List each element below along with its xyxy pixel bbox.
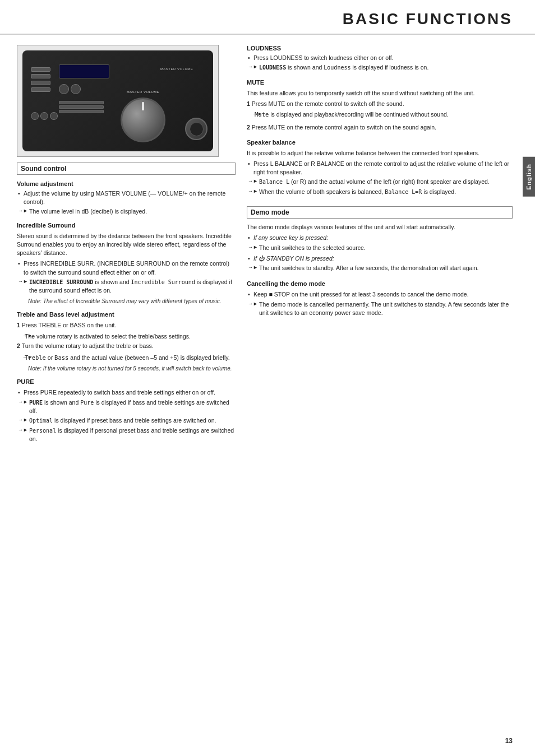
incredible-surround-body: Stereo sound is determined by the distan…	[17, 232, 236, 258]
pure-title: PURE	[17, 378, 236, 385]
speaker-balance-title: Speaker balance	[247, 139, 513, 146]
demo-mode-bullet-2: If ⏻ STANDBY ON is pressed:	[247, 254, 513, 263]
incredible-surround-title: Incredible Surround	[17, 222, 236, 229]
mute-title: MUTE	[247, 79, 513, 86]
speaker-balance-body: It is possible to adjust the relative vo…	[247, 149, 513, 157]
demo-mode-arrow-1: The unit switches to the selected source…	[247, 244, 513, 252]
incredible-note: Note: The effect of Incredible Surround …	[28, 298, 236, 305]
treble-bass-step2-arrow: Treble or Bass and the actual value (bet…	[17, 354, 236, 362]
device-image: MASTER VOLUME	[17, 45, 219, 157]
cancelling-demo-bullet-1: Keep ■ STOP on the unit pressed for at l…	[247, 290, 513, 299]
demo-mode-body: The demo mode displays various features …	[247, 223, 513, 231]
treble-bass-title: Treble and Bass level adjustment	[17, 311, 236, 318]
treble-bass-step1-arrow: The volume rotary is activated to select…	[17, 332, 236, 341]
cancelling-demo-arrow-1: The demo mode is cancelled permanently. …	[247, 300, 513, 317]
page-title: BASIC FUNCTIONS	[343, 10, 513, 27]
speaker-balance-list: Press L BALANCE or R BALANCE on the remo…	[247, 160, 513, 177]
sound-control-box: Sound control	[17, 163, 236, 175]
loudness-arrow-1: LOUDNESS is shown and Loudness is displa…	[247, 63, 513, 72]
right-column: LOUDNESS Press LOUDNESS to switch loudne…	[247, 45, 513, 445]
volume-adjustment-list: Adjust the volume by using MASTER VOLUME…	[17, 189, 236, 206]
speaker-balance-arrow-1: Balance L (or R) and the actual volume o…	[247, 178, 513, 187]
incredible-surround-list: Press INCREDIBLE SURR. (INCREDIBLE SURRO…	[17, 259, 236, 276]
mute-body: This feature allows you to temporarily s…	[247, 89, 513, 98]
main-content: MASTER VOLUME Sound control Volume adjus…	[0, 35, 535, 456]
volume-adjustment-title: Volume adjustment	[17, 180, 236, 187]
demo-mode-list: If any source key is pressed:	[247, 234, 513, 242]
incredible-arrow-1: INCREDIBLE SURROUND is shown and Incredi…	[17, 278, 236, 295]
demo-mode-list-2: If ⏻ STANDBY ON is pressed:	[247, 254, 513, 263]
left-column: MASTER VOLUME Sound control Volume adjus…	[17, 45, 236, 445]
volume-arrow-1: The volume level in dB (decibel) is disp…	[17, 207, 236, 216]
pure-bullet-1: Press PURE repeatedly to switch bass and…	[17, 388, 236, 397]
pure-list: Press PURE repeatedly to switch bass and…	[17, 388, 236, 397]
cancelling-demo-list: Keep ■ STOP on the unit pressed for at l…	[247, 290, 513, 299]
treble-bass-step1: 1Press TREBLE or BASS on the unit.	[17, 321, 236, 330]
loudness-title: LOUDNESS	[247, 45, 513, 52]
mute-step1-arrow: Mute is displayed and playback/recording…	[247, 110, 513, 119]
speaker-balance-bullet-1: Press L BALANCE or R BALANCE on the remo…	[247, 160, 513, 177]
incredible-bullet-1: Press INCREDIBLE SURR. (INCREDIBLE SURRO…	[17, 259, 236, 276]
loudness-bullet-1: Press LOUDNESS to switch loudness either…	[247, 54, 513, 62]
pure-arrow-1: PURE is shown and Pure is displayed if b…	[17, 398, 236, 416]
mute-step1: 1Press MUTE on the remote control to swi…	[247, 100, 513, 108]
demo-mode-title: Demo mode	[251, 208, 289, 216]
speaker-balance-arrow-2: When the volume of both speakers is bala…	[247, 188, 513, 197]
demo-mode-arrow-2: The unit switches to standby. After a fe…	[247, 264, 513, 272]
sound-control-title: Sound control	[21, 165, 66, 173]
treble-bass-note: Note: If the volume rotary is not turned…	[28, 365, 236, 373]
device-face: MASTER VOLUME	[22, 50, 213, 151]
pure-arrow-3: Personal is displayed if personal preset…	[17, 426, 236, 444]
demo-mode-bullet-1: If any source key is pressed:	[247, 234, 513, 242]
volume-bullet-1: Adjust the volume by using MASTER VOLUME…	[17, 189, 236, 206]
page-number: 13	[505, 737, 513, 745]
cancelling-demo-title: Cancelling the demo mode	[247, 280, 513, 287]
mute-step2: 2Press MUTE on the remote control again …	[247, 123, 513, 132]
side-tab: English	[523, 157, 535, 197]
treble-bass-step2: 2Turn the volume rotary to adjust the tr…	[17, 342, 236, 350]
loudness-list: Press LOUDNESS to switch loudness either…	[247, 54, 513, 62]
pure-arrow-2: Optimal is displayed if preset bass and …	[17, 416, 236, 425]
demo-mode-box: Demo mode	[247, 206, 513, 219]
page-header: BASIC FUNCTIONS	[0, 0, 535, 35]
